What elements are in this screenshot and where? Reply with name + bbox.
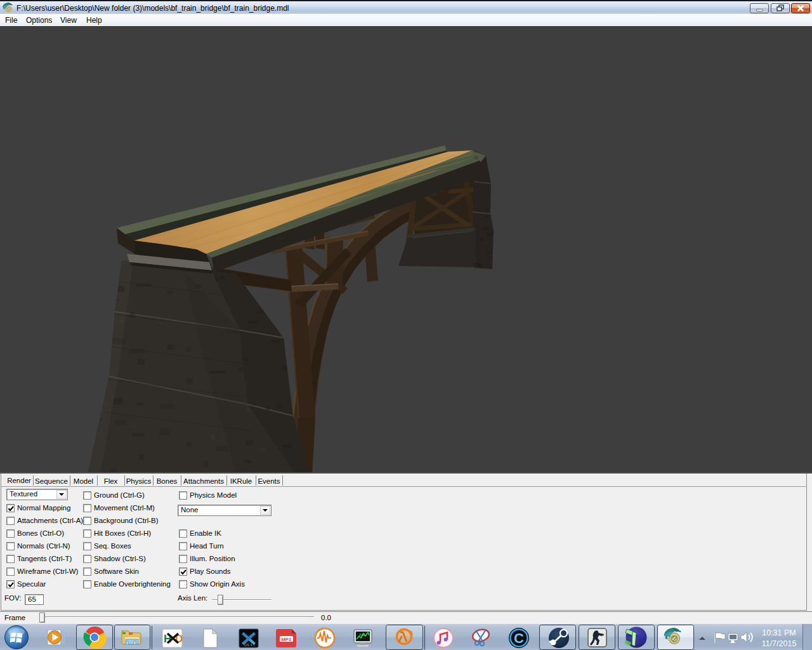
svg-text:AM: AM (359, 633, 365, 637)
svg-text:10:31 PM: 10:31 PM (762, 628, 796, 637)
svg-text:C: C (514, 630, 524, 646)
svg-text:DS 4.7: DS 4.7 (244, 643, 255, 647)
svg-text:MP3: MP3 (282, 637, 291, 642)
svg-text:11/7/2015: 11/7/2015 (762, 639, 797, 648)
